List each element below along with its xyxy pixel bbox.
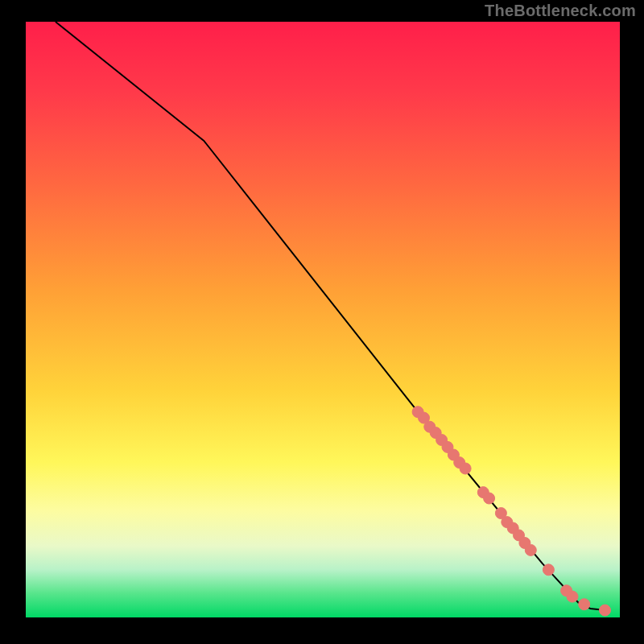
chart-root: TheBottleneck.com [0,0,644,644]
scatter-points [412,407,610,616]
attribution-text: TheBottleneck.com [485,2,636,20]
chart-overlay [26,22,620,617]
scatter-dot [543,564,554,576]
plot-area [26,22,620,617]
scatter-dot [579,599,590,610]
scatter-dot [600,605,611,616]
scatter-dot [484,493,495,504]
curve-line [56,22,605,610]
scatter-dot [460,463,471,474]
scatter-dot [567,591,578,602]
scatter-dot [525,544,536,555]
